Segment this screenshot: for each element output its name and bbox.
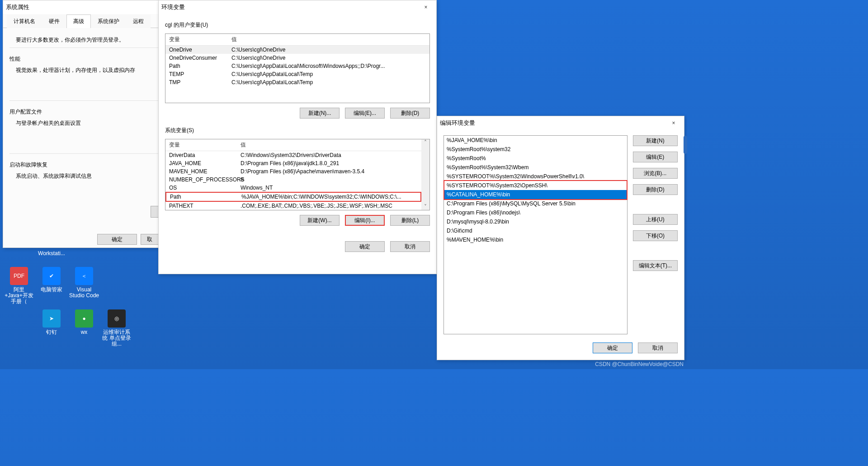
list-item[interactable]: %CATALINA_HOME%\bin (444, 190, 627, 199)
move-up-button[interactable]: 上移(U) (633, 214, 678, 225)
move-down-button[interactable]: 下移(O) (633, 230, 678, 241)
list-item[interactable]: %JAVA_HOME%\bin (444, 136, 627, 145)
perf-label: 性能 (9, 54, 175, 64)
watermark: CSDN @ChunBinNewVoide@CSDN (595, 361, 684, 367)
list-item[interactable]: %SystemRoot%\system32 (444, 145, 627, 154)
var-name: DriverData (169, 152, 241, 158)
list-item[interactable]: %SYSTEMROOT%\System32\OpenSSH\ (444, 181, 627, 190)
sys-vars-label: 系统变量(S) (165, 127, 430, 134)
ok-button[interactable]: 确定 (97, 234, 137, 245)
edit-sys-var-button[interactable]: 编辑(I)... (345, 215, 385, 226)
var-name: Path (170, 194, 241, 200)
list-item[interactable]: D:\Program Files (x86)\nodejs\ (444, 208, 627, 217)
desktop-icon[interactable]: ◎ 运维审计系统 单点登录组... (101, 309, 132, 347)
table-row[interactable]: Path%JAVA_HOME%\bin;C:\WINDOWS\system32;… (165, 192, 421, 202)
list-item[interactable]: D:\Git\cmd (444, 226, 627, 235)
new-sys-var-button[interactable]: 新建(W)... (300, 215, 340, 226)
cancel-button[interactable]: 取消 (390, 241, 430, 252)
perf-desc: 视觉效果，处理器计划，内存使用，以及虚拟内存 (9, 66, 175, 75)
desktop-icon[interactable]: PDF 阿里+Java+开发手册（ (4, 267, 34, 304)
delete-user-var-button[interactable]: 删除(D) (390, 108, 430, 119)
tab-system-protect[interactable]: 系统保护 (91, 14, 126, 28)
new-path-button[interactable]: 新建(N) (633, 135, 678, 146)
page-scrollbar[interactable] (684, 136, 687, 154)
user-vars-list[interactable]: 变量 值 OneDriveC:\Users\cgl\OneDriveOneDri… (165, 33, 430, 103)
cancel-button[interactable]: 取消 (638, 342, 678, 353)
var-value: C:\Users\cgl\OneDrive (231, 55, 426, 61)
vscode-icon: ＜ (75, 267, 93, 285)
window-title: 环境变量 (161, 3, 185, 11)
table-row[interactable]: OneDriveC:\Users\cgl\OneDrive (165, 46, 429, 54)
table-row[interactable]: TEMPC:\Users\cgl\AppData\Local\Temp (165, 70, 429, 78)
titlebar[interactable]: 编辑环境变量 × (437, 116, 684, 130)
icon-label: 运维审计系统 单点登录组... (101, 329, 132, 347)
var-value: .COM;.EXE;.BAT;.CMD;.VBS;.VBE;.JS;.JSE;.… (241, 203, 418, 209)
window-body: 要进行大多数更改，你必须作为管理员登录。 性能 视觉效果，处理器计划，内存使用，… (3, 28, 181, 185)
tab-advanced[interactable]: 高级 (66, 14, 91, 28)
list-header: 变量 值 (165, 34, 429, 46)
cancel-button-partial[interactable]: 取 (141, 234, 159, 245)
tab-hardware[interactable]: 硬件 (42, 14, 66, 28)
close-icon[interactable]: × (666, 117, 681, 129)
var-value: C:\Users\cgl\AppData\Local\Temp (231, 79, 426, 86)
ok-button[interactable]: 确定 (593, 342, 632, 353)
wechat-icon: ● (75, 309, 93, 328)
profiles-label: 用户配置文件 (9, 107, 175, 117)
table-row[interactable]: TMPC:\Users\cgl\AppData\Local\Temp (165, 78, 429, 86)
browse-path-button[interactable]: 浏览(B)... (633, 168, 678, 179)
table-row[interactable]: MAVEN_HOMED:\Program Files (x86)\Apache\… (165, 167, 421, 176)
edit-path-button[interactable]: 编辑(E) (633, 152, 678, 162)
edit-user-var-button[interactable]: 编辑(E)... (345, 108, 385, 119)
titlebar[interactable]: 系统属性 (3, 0, 181, 14)
list-item[interactable]: %SYSTEMROOT%\System32\WindowsPowerShell\… (444, 172, 627, 181)
path-list[interactable]: %JAVA_HOME%\bin%SystemRoot%\system32%Sys… (443, 135, 627, 334)
var-name: OS (169, 185, 241, 191)
list-item[interactable]: C:\Program Files (x86)\MySQL\MySQL Serve… (444, 199, 627, 208)
new-user-var-button[interactable]: 新建(N)... (300, 108, 340, 119)
table-row[interactable]: NUMBER_OF_PROCESSORS8 (165, 176, 421, 184)
table-row[interactable]: PathC:\Users\cgl\AppData\Local\Microsoft… (165, 62, 429, 70)
admin-note: 要进行大多数更改，你必须作为管理员登录。 (9, 35, 175, 45)
startup-label: 启动和故障恢复 (9, 160, 175, 170)
ok-button[interactable]: 确定 (345, 241, 385, 252)
titlebar[interactable]: 环境变量 × (159, 0, 436, 14)
delete-sys-var-button[interactable]: 删除(L) (390, 215, 430, 226)
list-item[interactable]: D:\mysql\mysql-8.0.29\bin (444, 217, 627, 226)
table-row[interactable]: JAVA_HOMED:\Program Files (x86)\java\jdk… (165, 159, 421, 167)
desktop-icon[interactable]: ＜ Visual Studio Code (69, 267, 99, 299)
table-row[interactable]: DriverDataC:\Windows\System32\Drivers\Dr… (165, 151, 421, 159)
list-item[interactable]: %SystemRoot%\System32\Wbem (444, 163, 627, 172)
startup-desc: 系统启动、系统故障和调试信息 (9, 171, 175, 181)
desktop-icon[interactable]: ● wx (69, 309, 99, 335)
icon-label: wx (69, 329, 99, 335)
var-name: MAVEN_HOME (169, 168, 241, 175)
desktop-icon[interactable]: Workstati... (36, 251, 67, 257)
list-item[interactable]: %SystemRoot% (444, 154, 627, 163)
var-value: %JAVA_HOME%\bin;C:\WINDOWS\system32;C:\W… (241, 194, 417, 200)
col-var: 变量 (165, 139, 237, 151)
tab-computer-name[interactable]: 计算机名 (7, 14, 42, 28)
desktop-icon[interactable]: ✔ 电脑管家 (36, 267, 67, 293)
icon-label: 电脑管家 (36, 287, 67, 293)
var-value: C:\Users\cgl\AppData\Local\Temp (231, 71, 426, 77)
scroll-down-icon[interactable]: ˅ (421, 204, 429, 210)
audit-icon: ◎ (108, 309, 126, 328)
var-name: JAVA_HOME (169, 160, 241, 166)
edit-env-var-window: 编辑环境变量 × %JAVA_HOME%\bin%SystemRoot%\sys… (437, 116, 684, 360)
desktop-icon[interactable]: ➤ 钉钉 (36, 309, 67, 335)
close-icon[interactable]: × (418, 1, 434, 13)
sys-vars-list[interactable]: 变量 值 DriverDataC:\Windows\System32\Drive… (165, 139, 430, 210)
table-row[interactable]: OneDriveConsumerC:\Users\cgl\OneDrive (165, 54, 429, 62)
tab-remote[interactable]: 远程 (126, 14, 151, 28)
table-row[interactable]: PATHEXT.COM;.EXE;.BAT;.CMD;.VBS;.VBE;.JS… (165, 202, 421, 210)
env-vars-window: 环境变量 × cgl 的用户变量(U) 变量 值 OneDriveC:\User… (158, 0, 437, 274)
list-item[interactable]: %MAVEN_HOME%\bin (444, 235, 627, 244)
delete-path-button[interactable]: 删除(D) (633, 184, 678, 195)
var-value: 8 (241, 176, 418, 183)
var-name: OneDriveConsumer (169, 55, 231, 61)
edit-text-button[interactable]: 编辑文本(T)... (633, 260, 678, 271)
table-row[interactable]: OSWindows_NT (165, 184, 421, 192)
scroll-up-icon[interactable]: ˄ (421, 139, 429, 146)
var-value: C:\Users\cgl\AppData\Local\Microsoft\Win… (231, 63, 426, 69)
icon-label: Visual Studio Code (69, 287, 99, 299)
